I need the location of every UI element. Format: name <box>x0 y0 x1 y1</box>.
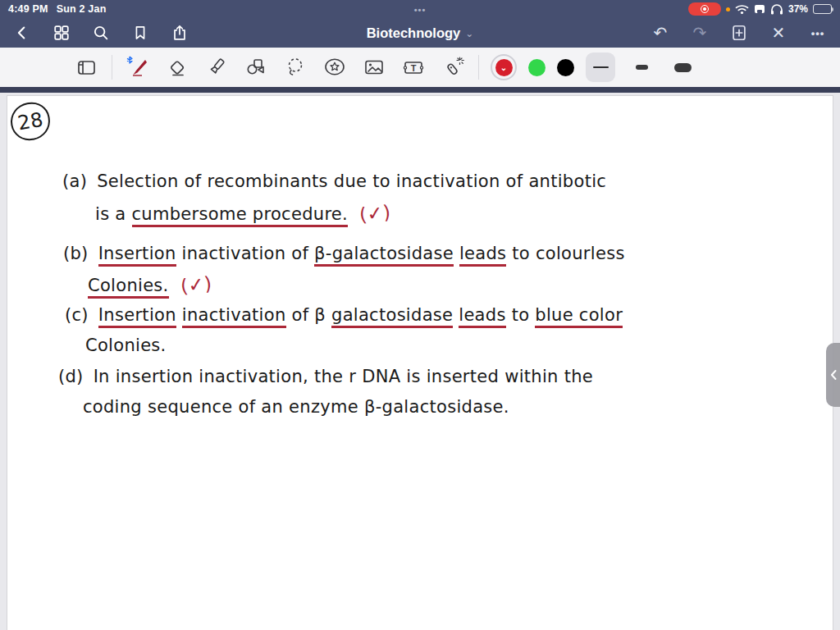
toolbar-divider <box>478 55 479 80</box>
answer-line-a2: is a cumbersome procedure.(✓) <box>95 203 390 224</box>
search-button[interactable] <box>90 22 112 43</box>
text-box-icon: T <box>401 56 426 79</box>
handwriting-segment: In insertion inactivation, the r DNA is … <box>94 367 593 386</box>
handwriting-segment-underlined: Colonies. <box>88 276 169 299</box>
color-swatch-red-selected[interactable]: ⌄ <box>491 54 517 80</box>
battery-icon <box>813 4 832 14</box>
pen-tool-button[interactable] <box>124 53 152 81</box>
mic-privacy-dot <box>726 7 730 11</box>
handwriting-segment-underlined: leads <box>459 305 505 328</box>
status-bar: 4:49 PM Sun 2 Jan ••• 37% <box>0 0 840 18</box>
handwriting-segment-underlined: inactivation <box>182 305 286 328</box>
handwriting-segment-underlined: Insertion <box>98 244 176 267</box>
color-swatch-black[interactable] <box>557 59 574 76</box>
eraser-tool-button[interactable] <box>163 53 191 81</box>
red-checkmark: (✓) <box>179 272 212 297</box>
chevron-left-icon <box>829 369 838 381</box>
handwriting-segment-underlined: β-galactosidase <box>314 244 454 267</box>
handwriting-segment: Colonies. <box>85 336 167 355</box>
thickness-medium[interactable] <box>627 52 656 82</box>
highlighter-tool-button[interactable] <box>203 53 231 81</box>
handwriting-segment-underlined: galactosidase <box>331 305 453 328</box>
nav-bar: Biotechnology ⌄ ↶ ↷ ✕ ••• <box>0 18 840 48</box>
thick-stroke-icon <box>674 63 692 72</box>
pen-case-button[interactable] <box>72 53 100 81</box>
battery-percent: 37% <box>788 3 808 15</box>
clock-date: Sun 2 Jan <box>57 3 107 15</box>
chevron-down-icon: ⌄ <box>500 63 507 72</box>
page-grid-icon <box>52 24 71 42</box>
notebook-title-dropdown[interactable]: Biotechnology ⌄ <box>367 25 474 41</box>
handwriting-segment: to <box>506 305 536 325</box>
text-tool-button[interactable]: T <box>399 53 427 81</box>
thickness-thin-selected[interactable] <box>586 52 615 82</box>
headphones-icon <box>770 4 783 15</box>
pen-case-icon <box>75 57 98 79</box>
option-label: (c) <box>65 305 89 325</box>
close-button[interactable]: ✕ <box>768 22 789 43</box>
chevron-down-icon: ⌄ <box>465 27 473 39</box>
drawing-toolbar: T ⌄ <box>0 48 840 87</box>
option-label: (a) <box>62 171 87 191</box>
shapes-icon <box>244 56 267 79</box>
photo-tool-button[interactable] <box>360 53 388 81</box>
note-page[interactable]: 28 (a)Selection of recombinants due to i… <box>7 95 833 630</box>
shapes-tool-button[interactable] <box>242 53 270 81</box>
note-canvas: 28 (a)Selection of recombinants due to i… <box>0 93 840 630</box>
handwriting-segment-underlined: blue color <box>535 305 623 328</box>
sticker-tool-button[interactable] <box>321 53 349 81</box>
svg-text:T: T <box>411 63 417 73</box>
handwriting-segment-underlined: cumbersome procedure. <box>132 204 349 227</box>
pen-icon <box>126 55 150 80</box>
handwriting-segment: of β <box>286 305 331 325</box>
screen-recording-indicator[interactable] <box>688 2 721 16</box>
laser-pointer-icon <box>441 55 465 80</box>
page-grid-button[interactable] <box>51 22 72 43</box>
color-swatch-green[interactable] <box>528 59 546 76</box>
answer-line-a1: (a)Selection of recombinants due to inac… <box>62 171 606 191</box>
multitask-dots-icon[interactable]: ••• <box>414 5 427 15</box>
sticker-icon <box>322 56 347 79</box>
answer-line-b1: (b)Insertion inactivation of β-galactosi… <box>63 244 625 263</box>
search-icon <box>92 24 110 42</box>
handwriting-segment <box>454 244 459 263</box>
handwriting-segment: Selection of recombinants due to inactiv… <box>97 171 606 191</box>
medium-stroke-icon <box>636 65 648 70</box>
answer-line-d1: (d)In insertion inactivation, the r DNA … <box>58 367 593 386</box>
handwriting-segment: is a <box>95 204 132 224</box>
bookmark-button[interactable] <box>130 22 151 43</box>
clock-time: 4:49 PM <box>8 3 48 15</box>
photo-icon <box>363 56 386 79</box>
notebook-title: Biotechnology <box>367 25 461 41</box>
handwriting-segment: inactivation of <box>176 244 315 263</box>
answer-line-d2: coding sequence of an enzyme β-galactosi… <box>83 397 509 417</box>
bookmark-icon <box>132 24 148 42</box>
answer-line-c2: Colonies. <box>85 336 167 355</box>
share-button[interactable] <box>169 22 190 43</box>
toolbar-bottom-strip <box>0 87 840 93</box>
answer-line-b2: Colonies.(✓) <box>88 274 212 295</box>
share-icon <box>171 24 189 42</box>
question-number-circled: 28 <box>7 99 52 144</box>
handwriting-segment <box>176 305 182 325</box>
back-button[interactable] <box>11 22 33 43</box>
answer-line-c1: (c)Insertion inactivation of β galactosi… <box>65 305 623 325</box>
screen-mirroring-icon <box>754 4 765 14</box>
lasso-tool-button[interactable] <box>281 53 309 81</box>
side-panel-pull-tab[interactable] <box>826 343 840 407</box>
thickness-thick[interactable] <box>668 52 697 82</box>
red-color-icon: ⌄ <box>495 59 513 76</box>
redo-button[interactable]: ↷ <box>689 22 710 43</box>
back-chevron-icon <box>13 24 31 42</box>
more-options-button[interactable]: ••• <box>807 22 829 43</box>
add-page-icon <box>730 24 748 42</box>
undo-button[interactable]: ↶ <box>650 22 671 43</box>
handwriting-segment: to colourless <box>506 244 624 263</box>
add-page-button[interactable] <box>728 22 750 43</box>
highlighter-icon <box>205 56 228 79</box>
handwriting-segment: coding sequence of an enzyme β-galactosi… <box>83 397 509 417</box>
handwriting-segment-underlined: leads <box>459 244 506 267</box>
record-icon <box>701 5 709 13</box>
laser-pointer-tool-button[interactable] <box>439 53 467 81</box>
option-label: (b) <box>63 244 89 263</box>
